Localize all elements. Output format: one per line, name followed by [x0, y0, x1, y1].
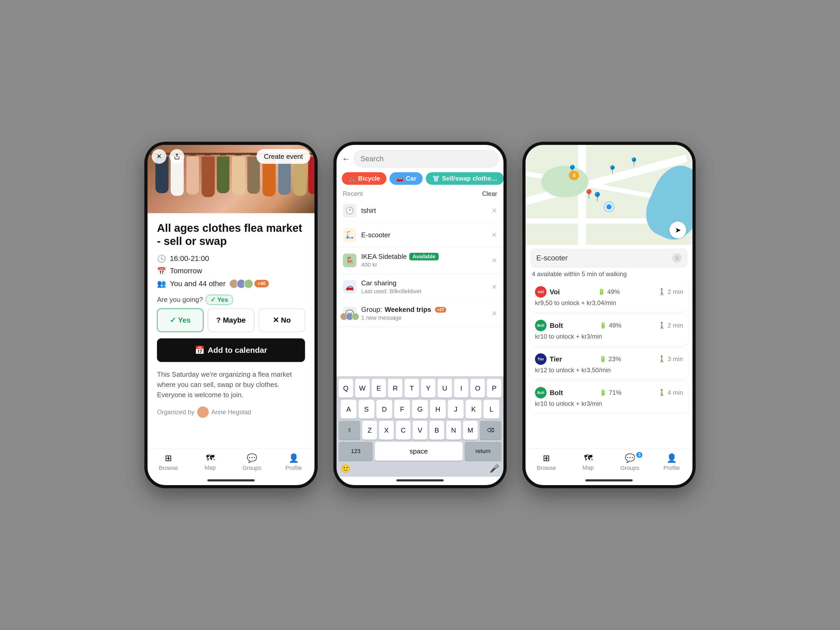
close-tshirt[interactable]: ✕ [491, 207, 497, 215]
available-info: 4 available within 5 min of walking [526, 269, 693, 281]
filter-chip-sellswap[interactable]: 👕 Sell/swap clothe… [426, 172, 504, 185]
recent-item-escooter[interactable]: 🛴 E-scooter ✕ [336, 223, 504, 247]
profile-icon-3: 👤 [666, 453, 677, 463]
key-l[interactable]: L [483, 400, 499, 419]
rsvp-no-button[interactable]: ✕ No [259, 308, 305, 332]
voi-walk: 🚶 2 min [658, 288, 683, 295]
key-f[interactable]: F [394, 400, 410, 419]
add-to-calendar-button[interactable]: 📅 Add to calendar [157, 338, 305, 362]
scooter-card-tier[interactable]: Tier Tier 🔋 23% 🚶 3 min kr12 to unlock +… [530, 348, 688, 379]
nav-map[interactable]: 🗺 Map [189, 453, 231, 471]
keyboard[interactable]: Q W E R T Y U I O P A S D F G H J K L ⇧ … [336, 376, 504, 477]
key-n[interactable]: N [446, 421, 461, 440]
nav-map-3[interactable]: 🗺 Map [567, 453, 609, 471]
key-shift[interactable]: ⇧ [339, 421, 360, 440]
key-c[interactable]: C [396, 421, 411, 440]
nav-browse[interactable]: ⊞ Browse [147, 453, 189, 471]
key-g[interactable]: G [412, 400, 428, 419]
rsvp-maybe-button[interactable]: ? Maybe [208, 308, 254, 332]
search-back-button[interactable]: ← [342, 154, 350, 164]
phone3-search-box[interactable]: E-scooter ✕ [531, 249, 687, 267]
scooter-list: voi Voi 🔋 49% 🚶 2 min kr9,50 to unlock +… [526, 281, 693, 448]
map-pin-2[interactable]: 📍 [607, 165, 618, 175]
bolt2-battery: 🔋 71% [600, 389, 621, 396]
phone-3: 📍 📍 📍 📍 📍 4 ➤ E-scooter ✕ 4 available wi… [523, 142, 696, 488]
key-t[interactable]: T [404, 379, 419, 398]
event-title: All ages clothes flea market - sell or s… [157, 221, 305, 248]
key-k[interactable]: K [466, 400, 482, 419]
home-bar-2 [396, 479, 444, 482]
cluster-badge[interactable]: 4 [569, 171, 579, 180]
filter-chip-bicycle[interactable]: 🚲 Bicycle [342, 172, 387, 185]
nav-profile[interactable]: 👤 Profile [273, 453, 314, 471]
recent-item-carsharing[interactable]: 🚗 Car sharing Last used: Bilkollektivet … [336, 274, 504, 300]
attendee-avatars: +40 [229, 279, 269, 289]
filter-chip-car[interactable]: 🚗 Car [390, 172, 423, 185]
close-button[interactable]: ✕ [152, 149, 166, 164]
scooter-card-bolt-2[interactable]: Bolt Bolt 🔋 71% 🚶 4 min kr10 to unlock +… [530, 382, 688, 413]
key-q[interactable]: Q [339, 379, 353, 398]
recent-item-tshirt[interactable]: 🕐 tshirt ✕ [336, 199, 504, 223]
key-y[interactable]: Y [421, 379, 436, 398]
nav-browse-3[interactable]: ⊞ Browse [526, 453, 567, 471]
nav-groups-3[interactable]: 💬 3 Groups [609, 453, 651, 471]
tier-battery: 🔋 23% [599, 355, 621, 363]
key-u[interactable]: U [437, 379, 452, 398]
key-a[interactable]: A [341, 400, 357, 419]
key-o[interactable]: O [471, 379, 485, 398]
location-button[interactable]: ➤ [669, 221, 686, 238]
key-w[interactable]: W [355, 379, 369, 398]
bolt1-price: kr10 to unlock + kr3/min [535, 333, 683, 340]
battery-icon: 🔋 [598, 289, 605, 295]
search-input[interactable] [360, 155, 492, 163]
share-button[interactable] [170, 149, 184, 164]
nav-groups[interactable]: 💬 Groups [231, 453, 273, 471]
key-r[interactable]: R [388, 379, 403, 398]
recent-item-group[interactable]: 💬 Group: Weekend trips +27 1 new message… [336, 300, 504, 327]
key-x[interactable]: X [379, 421, 394, 440]
create-event-button[interactable]: Create event [256, 149, 310, 164]
event-time-row: 🕓 16:00-21:00 [157, 254, 305, 263]
filter-chips: 🚲 Bicycle 🚗 Car 👕 Sell/swap clothe… [336, 170, 504, 188]
key-p[interactable]: P [487, 379, 501, 398]
scooter-card-voi[interactable]: voi Voi 🔋 49% 🚶 2 min kr9,50 to unlock +… [530, 281, 688, 312]
event-content: All ages clothes flea market - sell or s… [147, 213, 314, 448]
recent-item-ikea[interactable]: 🪑 IKEA Sidetable Available 400 kr ✕ [336, 247, 504, 274]
key-m[interactable]: M [463, 421, 478, 440]
key-d[interactable]: D [376, 400, 392, 419]
map-background: 📍 📍 📍 📍 📍 4 [526, 145, 693, 245]
key-s[interactable]: S [358, 400, 374, 419]
search-input-wrap[interactable] [354, 150, 498, 167]
battery-icon: 🔋 [599, 356, 606, 363]
key-v[interactable]: V [413, 421, 427, 440]
close-ikea[interactable]: ✕ [491, 256, 497, 265]
event-image-header: ✕ Create event [147, 145, 314, 213]
rsvp-yes-button[interactable]: ✓ Yes [157, 308, 204, 332]
map-pin-4[interactable]: 📍 [629, 157, 639, 167]
scooter-card-bolt-1[interactable]: Bolt Bolt 🔋 49% 🚶 2 min kr10 to unlock +… [530, 314, 688, 346]
battery-icon: 🔋 [600, 389, 606, 396]
close-escooter[interactable]: ✕ [491, 231, 497, 239]
key-j[interactable]: J [448, 400, 464, 419]
key-space[interactable]: space [375, 442, 463, 461]
key-h[interactable]: H [430, 400, 446, 419]
emoji-button[interactable]: 🙂 [341, 464, 351, 473]
key-z[interactable]: Z [362, 421, 377, 440]
key-e[interactable]: E [372, 379, 386, 398]
close-group[interactable]: ✕ [491, 309, 497, 317]
key-return[interactable]: return [465, 442, 501, 461]
key-backspace[interactable]: ⌫ [480, 421, 501, 440]
groups-icon: 💬 [247, 453, 257, 463]
group-chat-icon: 💬 [343, 306, 357, 320]
key-123[interactable]: 123 [339, 442, 373, 461]
map-pin-5[interactable]: 📍 [591, 192, 603, 203]
mic-button[interactable]: 🎤 [489, 464, 499, 473]
clear-button[interactable]: Clear [482, 190, 497, 197]
organizer-avatar [197, 406, 209, 418]
map-view[interactable]: 📍 📍 📍 📍 📍 4 ➤ [526, 145, 693, 245]
key-i[interactable]: I [454, 379, 469, 398]
key-b[interactable]: B [429, 421, 444, 440]
close-carsharing[interactable]: ✕ [491, 283, 497, 291]
nav-profile-3[interactable]: 👤 Profile [651, 453, 693, 471]
search-clear-button[interactable]: ✕ [672, 253, 682, 263]
